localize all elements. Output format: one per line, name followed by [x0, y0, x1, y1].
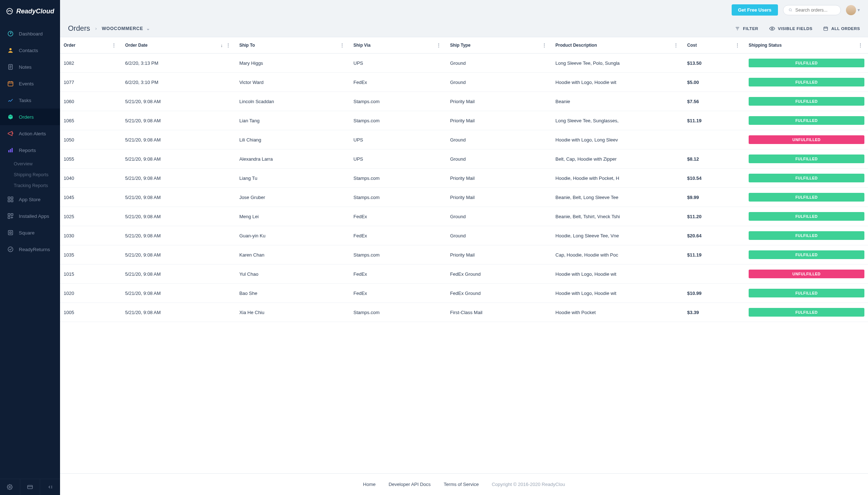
table-row[interactable]: 10205/21/20, 9:08 AMBao SheFedExFedEx Gr…: [60, 284, 868, 303]
table-row[interactable]: 10305/21/20, 9:08 AMGuan-yin KuFedExGrou…: [60, 226, 868, 245]
filter-icon: [735, 26, 740, 31]
table-row[interactable]: 10555/21/20, 9:08 AMAlexandra LarraUPSGr…: [60, 149, 868, 169]
sidebar-item-orders[interactable]: Orders: [0, 109, 60, 125]
sidebar-item-notes[interactable]: Notes: [0, 59, 60, 75]
cell-type: Ground: [446, 54, 552, 73]
cell-via: FedEx: [350, 265, 446, 284]
col-menu-icon[interactable]: ⋮: [672, 42, 680, 48]
search-box[interactable]: [783, 5, 841, 15]
sidebar-item-app-store[interactable]: App Store: [0, 191, 60, 208]
col-menu-icon[interactable]: ⋮: [540, 42, 548, 48]
sidebar-sub-shipping-reports[interactable]: Shipping Reports: [0, 169, 60, 180]
chevron-down-icon: ▾: [858, 7, 860, 13]
sidebar-item-reports[interactable]: Reports: [0, 142, 60, 158]
col-menu-icon[interactable]: ⋮: [338, 42, 346, 48]
table-row[interactable]: 10455/21/20, 9:08 AMJose GruberStamps.co…: [60, 188, 868, 207]
svg-rect-19: [8, 213, 10, 215]
svg-rect-16: [11, 197, 13, 199]
cell-via: Stamps.com: [350, 111, 446, 130]
sidebar-item-tasks[interactable]: Tasks: [0, 92, 60, 109]
cell-cost: $11.19: [684, 111, 745, 130]
svg-rect-24: [8, 230, 13, 235]
footer-home[interactable]: Home: [363, 482, 376, 487]
svg-rect-21: [8, 217, 10, 219]
cell-order: 1055: [60, 149, 122, 169]
sidebar-item-contacts[interactable]: Contacts: [0, 42, 60, 59]
cell-via: UPS: [350, 130, 446, 149]
user-menu[interactable]: ▾: [846, 5, 860, 15]
col-menu-icon[interactable]: ⋮: [224, 42, 232, 48]
reports-icon: [7, 147, 14, 153]
col-menu-icon[interactable]: ⋮: [733, 42, 741, 48]
col-menu-icon[interactable]: ⋮: [435, 42, 443, 48]
status-badge: FULFILLED: [749, 250, 864, 259]
status-badge: FULFILLED: [749, 212, 864, 221]
col-menu-icon[interactable]: ⋮: [110, 42, 118, 48]
svg-point-3: [9, 48, 12, 50]
cell-status: FULFILLED: [745, 245, 868, 265]
cell-desc: Hoodie, Long Sleeve Tee, Vne: [552, 226, 684, 245]
cell-shipto: Lili Chiang: [236, 130, 350, 149]
cell-order: 1015: [60, 265, 122, 284]
cell-via: FedEx: [350, 226, 446, 245]
sidebar-item-installed-apps[interactable]: Installed Apps: [0, 208, 60, 224]
cell-desc: Belt, Cap, Hoodie with Zipper: [552, 149, 684, 169]
cell-via: Stamps.com: [350, 169, 446, 188]
cell-date: 5/21/20, 9:08 AM: [122, 130, 236, 149]
search-input[interactable]: [795, 8, 835, 13]
col-menu-icon[interactable]: ⋮: [856, 42, 864, 48]
cell-type: FedEx Ground: [446, 284, 552, 303]
col-type: Ship Type: [450, 43, 470, 48]
sidebar-item-dashboard[interactable]: Dashboard: [0, 25, 60, 42]
sidebar-item-action-alerts[interactable]: Action Alerts: [0, 125, 60, 142]
cell-desc: Hoodie with Logo, Hoodie wit: [552, 73, 684, 92]
sidebar-item-readyreturns[interactable]: ReadyReturns: [0, 241, 60, 258]
cell-shipto: Jose Gruber: [236, 188, 350, 207]
sidebar-item-square[interactable]: Square: [0, 224, 60, 241]
settings-button[interactable]: [0, 479, 20, 495]
table-row[interactable]: 10826/2/20, 3:13 PMMary HiggsUPSGroundLo…: [60, 54, 868, 73]
col-shipto: Ship To: [239, 43, 255, 48]
brand-name: ReadyCloud: [16, 8, 54, 15]
sidebar-sub-tracking-reports[interactable]: Tracking Reports: [0, 180, 60, 191]
cell-via: FedEx: [350, 73, 446, 92]
visible-fields-button[interactable]: VISIBLE FIELDS: [769, 26, 813, 31]
cell-shipto: Xia He Chiu: [236, 303, 350, 322]
status-badge: FULFILLED: [749, 231, 864, 240]
cell-date: 5/21/20, 9:08 AM: [122, 303, 236, 322]
table-row[interactable]: 10655/21/20, 9:08 AMLian TangStamps.comP…: [60, 111, 868, 130]
table-row[interactable]: 10776/2/20, 3:10 PMVictor WardFedExGroun…: [60, 73, 868, 92]
sort-desc-icon[interactable]: ↓: [221, 43, 223, 48]
footer-tos[interactable]: Terms of Service: [444, 482, 479, 487]
cell-order: 1045: [60, 188, 122, 207]
cell-status: FULFILLED: [745, 207, 868, 226]
table-row[interactable]: 10255/21/20, 9:08 AMMeng LeiFedExGroundB…: [60, 207, 868, 226]
col-desc: Product Description: [556, 43, 597, 48]
get-free-users-button[interactable]: Get Free Users: [732, 4, 778, 16]
cell-shipto: Guan-yin Ku: [236, 226, 350, 245]
cell-status: FULFILLED: [745, 303, 868, 322]
table-row[interactable]: 10405/21/20, 9:08 AMLiang TuStamps.comPr…: [60, 169, 868, 188]
cell-via: Stamps.com: [350, 92, 446, 111]
sidebar-item-events[interactable]: Events: [0, 75, 60, 92]
cell-order: 1077: [60, 73, 122, 92]
filter-button[interactable]: FILTER: [735, 26, 758, 31]
cell-cost: $11.19: [684, 245, 745, 265]
brand-logo[interactable]: ReadyCloud: [0, 0, 60, 22]
table-row[interactable]: 10055/21/20, 9:08 AMXia He ChiuStamps.co…: [60, 303, 868, 322]
sidebar-sub-overview[interactable]: Overview: [0, 158, 60, 169]
table-row[interactable]: 10605/21/20, 9:08 AMLincoln ScaddanStamp…: [60, 92, 868, 111]
svg-point-26: [8, 247, 13, 252]
store-select[interactable]: WOOCOMMERCE ⌄: [102, 26, 150, 31]
table-row[interactable]: 10155/21/20, 9:08 AMYul ChaoFedExFedEx G…: [60, 265, 868, 284]
contacts-icon: [7, 47, 14, 54]
table-row[interactable]: 10355/21/20, 9:08 AMKaren ChanStamps.com…: [60, 245, 868, 265]
breadcrumb: Orders › WOOCOMMERCE ⌄: [68, 24, 150, 33]
collapse-button[interactable]: [40, 479, 60, 495]
card-button[interactable]: [20, 479, 41, 495]
all-orders-button[interactable]: ALL ORDERS: [823, 26, 860, 31]
table-row[interactable]: 10505/21/20, 9:08 AMLili ChiangUPSGround…: [60, 130, 868, 149]
footer-api[interactable]: Developer API Docs: [388, 482, 430, 487]
cell-cost: $13.50: [684, 54, 745, 73]
status-badge: FULFILLED: [749, 174, 864, 182]
